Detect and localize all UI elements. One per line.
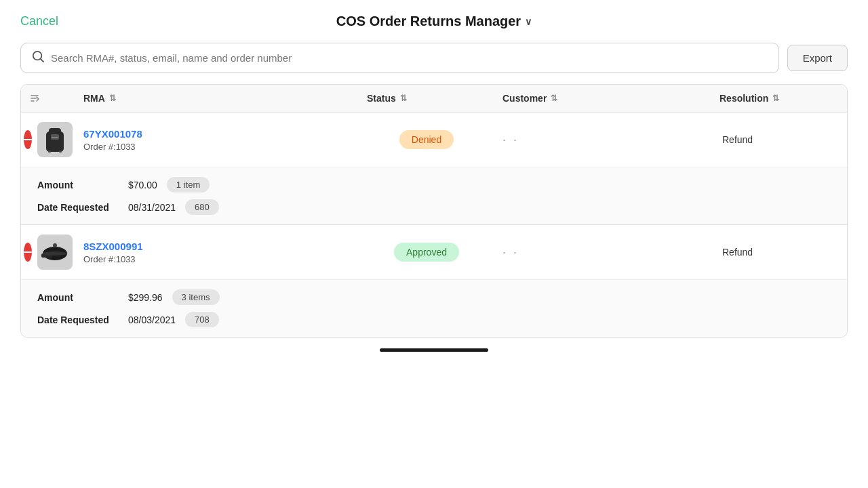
svg-point-13	[43, 251, 67, 256]
status-cell-2: Approved	[359, 237, 494, 267]
scroll-indicator	[0, 338, 868, 359]
table-row: 67YX001078 Order #:1033 Denied · · Refun…	[21, 113, 847, 225]
date-label-1: Date Requested	[37, 202, 119, 213]
date-id-1: 680	[185, 199, 219, 215]
title-text: COS Order Returns Manager	[336, 14, 521, 29]
status-badge-1: Denied	[399, 130, 454, 149]
date-value-1: 08/31/2021	[128, 202, 176, 213]
product-cell-2: 8SZX000991 Order #:1033	[75, 232, 359, 272]
table-row: 8SZX000991 Order #:1033 Approved · · Ref…	[21, 225, 847, 337]
sort-rma-icon[interactable]: ⇅	[109, 94, 116, 103]
amount-label-1: Amount	[37, 180, 119, 190]
items-badge-1: 1 item	[167, 177, 210, 192]
col-sort-icon[interactable]	[21, 93, 75, 104]
product-image-2	[37, 235, 73, 270]
sort-resolution-icon[interactable]: ⇅	[772, 94, 779, 103]
status-cell-1: Denied	[359, 125, 494, 155]
amount-value-2: $299.96	[128, 292, 163, 303]
svg-rect-8	[52, 137, 58, 138]
customer-cell-2: · ·	[494, 240, 711, 265]
main-row-1: 67YX001078 Order #:1033 Denied · · Refun…	[21, 113, 847, 167]
svg-point-14	[53, 243, 57, 247]
delete-button-1[interactable]	[24, 130, 32, 149]
scroll-bar	[380, 348, 488, 352]
delete-button-2[interactable]	[24, 243, 32, 262]
app-title: COS Order Returns Manager ∨	[336, 14, 532, 29]
svg-rect-6	[49, 128, 61, 135]
resolution-cell-1: Refund	[711, 129, 847, 150]
customer-dots-1: · ·	[502, 133, 519, 147]
date-value-2: 08/03/2021	[128, 314, 176, 325]
search-bar: Export	[20, 43, 848, 73]
amount-label-2: Amount	[37, 292, 119, 303]
row-actions-2	[21, 229, 75, 275]
col-customer: Customer ⇅	[494, 93, 711, 104]
detail-row-2: Amount $299.96 3 items Date Requested 08…	[21, 279, 847, 337]
svg-rect-9	[48, 150, 51, 152]
search-icon	[32, 50, 44, 66]
customer-dots-2: · ·	[502, 245, 519, 260]
detail-row-1: Amount $70.00 1 item Date Requested 08/3…	[21, 167, 847, 224]
rma-link-2[interactable]: 8SZX000991	[83, 241, 143, 252]
cancel-button[interactable]: Cancel	[20, 14, 58, 28]
status-badge-2: Approved	[394, 243, 459, 262]
sort-customer-icon[interactable]: ⇅	[551, 94, 557, 103]
col-rma: RMA ⇅	[75, 93, 359, 104]
order-number-2: Order #:1033	[83, 254, 143, 264]
product-info-2: 8SZX000991 Order #:1033	[83, 241, 143, 264]
product-image-1	[37, 122, 73, 157]
resolution-cell-2: Refund	[711, 241, 847, 263]
product-info-1: 67YX001078 Order #:1033	[83, 128, 142, 152]
export-button[interactable]: Export	[787, 45, 848, 71]
col-resolution: Resolution ⇅	[711, 93, 847, 104]
items-badge-2: 3 items	[172, 289, 220, 305]
rma-link-1[interactable]: 67YX001078	[83, 128, 142, 140]
search-input[interactable]	[51, 52, 768, 64]
product-cell-1: 67YX001078 Order #:1033	[75, 120, 359, 160]
title-chevron-icon[interactable]: ∨	[525, 16, 532, 27]
search-input-wrapper	[20, 43, 779, 73]
amount-value-1: $70.00	[128, 180, 157, 190]
table-header: RMA ⇅ Status ⇅ Customer ⇅ Resolution ⇅	[21, 85, 847, 113]
customer-cell-1: · ·	[494, 127, 711, 152]
main-row-2: 8SZX000991 Order #:1033 Approved · · Ref…	[21, 225, 847, 279]
svg-line-1	[41, 59, 43, 62]
date-id-2: 708	[185, 312, 219, 327]
svg-rect-10	[59, 150, 62, 152]
returns-table: RMA ⇅ Status ⇅ Customer ⇅ Resolution ⇅	[20, 84, 848, 338]
date-label-2: Date Requested	[37, 314, 119, 325]
col-status: Status ⇅	[359, 93, 494, 104]
order-number-1: Order #:1033	[83, 142, 142, 152]
row-actions-1	[21, 117, 75, 163]
sort-status-icon[interactable]: ⇅	[400, 94, 407, 103]
